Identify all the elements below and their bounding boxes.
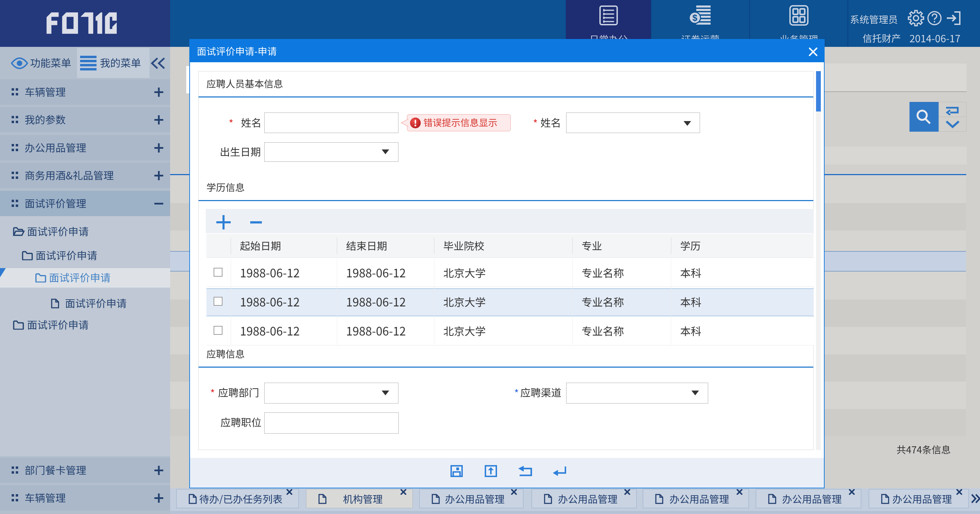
svg-text:$: $ (692, 13, 698, 23)
